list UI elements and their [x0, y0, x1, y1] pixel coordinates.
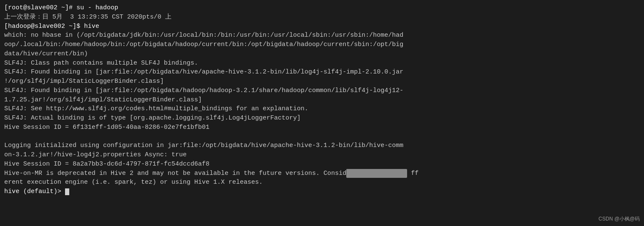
- terminal-line-12: SLF4J: See http://www.slf4j.org/codes.ht…: [4, 104, 640, 114]
- terminal-line-6: data/hive/current/bin): [4, 49, 640, 59]
- line19-before: Hive-on-MR is deprecated in Hive 2 and m…: [4, 170, 346, 177]
- blurred-text: [346, 169, 407, 178]
- terminal-line-18: Hive Session ID = 8a2a7bb3-dc6d-4797-871…: [4, 160, 640, 169]
- terminal-line-1: [root@slave002 ~]# su - hadoop: [4, 3, 640, 13]
- terminal-line-20: erent execution engine (i.e. spark, tez)…: [4, 178, 640, 187]
- terminal-line-4: which: no hbase in (/opt/bigdata/jdk/bin…: [4, 31, 640, 40]
- terminal-line-8: SLF4J: Found binding in [jar:file:/opt/b…: [4, 68, 640, 77]
- line19-after: ff: [407, 170, 418, 177]
- terminal-window: [root@slave002 ~]# su - hadoop 上一次登录：日 5…: [0, 0, 644, 226]
- cursor-block: [65, 188, 69, 195]
- terminal-line-blank: [4, 132, 640, 142]
- terminal-line-19: Hive-on-MR is deprecated in Hive 2 and m…: [4, 169, 640, 178]
- terminal-line-9: !/org/slf4j/impl/StaticLoggerBinder.clas…: [4, 77, 640, 86]
- terminal-line-2: 上一次登录：日 5月 3 13:29:35 CST 2020pts/0 上: [4, 13, 640, 22]
- terminal-line-7: SLF4J: Class path contains multiple SLF4…: [4, 59, 640, 68]
- terminal-line-16: Logging initialized using configuration …: [4, 141, 640, 150]
- watermark: CSDN @小枫@码: [598, 215, 640, 223]
- terminal-line-21: hive (default)>: [4, 187, 640, 196]
- prompt-text: hive (default)>: [4, 188, 65, 195]
- terminal-line-10: SLF4J: Found binding in [jar:file:/opt/b…: [4, 86, 640, 95]
- terminal-line-5: oop/.local/bin:/home/hadoop/bin:/opt/big…: [4, 40, 640, 49]
- terminal-line-13: SLF4J: Actual binding is of type [org.ap…: [4, 114, 640, 123]
- terminal-line-17: on-3.1.2.jar!/hive-log4j2.properties Asy…: [4, 150, 640, 160]
- terminal-line-14: Hive Session ID = 6f131eff-1d05-40aa-828…: [4, 123, 640, 132]
- terminal-line-3: [hadoop@slave002 ~]$ hive: [4, 22, 640, 31]
- terminal-line-11: 1.7.25.jar!/org/slf4j/impl/StaticLoggerB…: [4, 95, 640, 105]
